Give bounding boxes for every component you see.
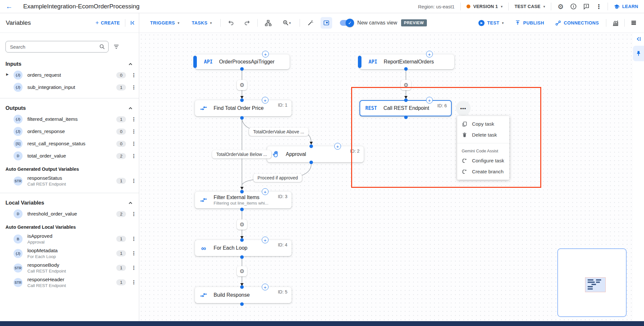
add-node-plus-button[interactable]: + — [262, 97, 269, 104]
search-box[interactable] — [5, 41, 109, 53]
usage-count-badge[interactable]: 0 — [116, 141, 126, 147]
connector-dot[interactable] — [240, 67, 244, 71]
connector-dot[interactable] — [310, 161, 313, 164]
variable-row[interactable]: ▶ {J} orders_request 0 ⋮ — [0, 69, 139, 81]
outputs-section-header[interactable]: Outputs — [0, 103, 139, 113]
variable-row[interactable]: D total_order_value 2 ⋮ — [0, 150, 139, 162]
feedback-icon[interactable] — [583, 3, 590, 10]
connector-dot[interactable] — [240, 208, 244, 211]
connector-dot[interactable] — [240, 285, 244, 289]
variable-row[interactable]: {J} loopMetadata For Each Loop 1 ⋮ — [0, 246, 139, 261]
add-node-plus-button[interactable]: + — [262, 237, 269, 244]
minimap[interactable] — [557, 248, 627, 317]
publish-button[interactable]: PUBLISH — [511, 20, 548, 26]
workflow-canvas[interactable]: ⚙ ⚙ ⚙ ⚙ + + + + + + + + API OrderProcess… — [139, 33, 633, 321]
redo-icon[interactable] — [241, 17, 253, 29]
node-call-rest-endpoint[interactable]: REST Call REST Endpoint ID: 6 — [360, 100, 452, 116]
node-filter-external-items[interactable]: Filter External Items Filtering out line… — [195, 192, 292, 208]
edge-label-below[interactable]: TotalOrderValue Below ... — [212, 150, 271, 158]
variable-row[interactable]: {J} sub_integration_input 1 ⋮ — [0, 81, 139, 93]
connector-dot[interactable] — [240, 116, 244, 120]
variable-row[interactable]: {J} filtered_external_items 1 ⋮ — [0, 113, 139, 125]
node-for-each-loop[interactable]: ∞ For Each Loop ID: 4 — [195, 240, 292, 256]
create-variable-button[interactable]: + CREATE — [95, 20, 120, 26]
node-report-external-orders[interactable]: API ReportExternalOrders — [360, 54, 454, 69]
row-kebab-icon[interactable]: ⋮ — [131, 211, 134, 217]
variable-row[interactable]: STR responseStatus Call REST Endpoint 1 … — [0, 174, 139, 188]
connector-dot[interactable] — [240, 238, 244, 242]
add-node-plus-button[interactable]: + — [262, 51, 269, 58]
collapse-right-panel-icon[interactable] — [636, 36, 641, 42]
variable-row[interactable]: STR responseHeader Call REST Endpoint 1 … — [0, 275, 139, 290]
add-node-plus-button[interactable]: + — [262, 284, 269, 291]
variable-row[interactable]: STR responseBody Call REST Endpoint 1 ⋮ — [0, 261, 139, 275]
connector-dot[interactable] — [240, 255, 244, 259]
auto-layout-icon[interactable] — [262, 17, 274, 29]
add-node-plus-button[interactable]: + — [426, 51, 433, 58]
menu-item-delete-task[interactable]: Delete task — [457, 129, 509, 140]
edge-settings-gear-icon[interactable]: ⚙ — [237, 80, 247, 90]
triggers-dropdown[interactable]: TRIGGERS ▾ — [146, 20, 183, 25]
row-kebab-icon[interactable]: ⋮ — [131, 141, 134, 147]
row-kebab-icon[interactable]: ⋮ — [131, 72, 134, 78]
info-icon[interactable] — [570, 3, 577, 10]
connector-dot[interactable] — [240, 99, 244, 102]
edge-settings-gear-icon[interactable]: ⚙ — [237, 266, 247, 276]
connector-dot[interactable] — [240, 302, 244, 306]
settings-gear-icon[interactable]: ⚙ — [557, 3, 564, 10]
usage-count-badge[interactable]: 0 — [116, 129, 126, 135]
test-case-dropdown[interactable]: TEST CASE ▾ — [514, 4, 545, 9]
row-kebab-icon[interactable]: ⋮ — [131, 153, 134, 159]
row-kebab-icon[interactable]: ⋮ — [131, 178, 134, 184]
connector-dot[interactable] — [240, 190, 244, 194]
learn-button[interactable]: LEARN — [614, 4, 638, 10]
node-build-response[interactable]: Build Response ID: 5 — [195, 287, 292, 303]
add-node-plus-button[interactable]: + — [426, 97, 433, 104]
version-dropdown[interactable]: VERSION 1 ▾ — [466, 4, 503, 9]
connector-dot[interactable] — [404, 116, 408, 119]
task-list-icon[interactable] — [628, 17, 639, 29]
connector-dot[interactable] — [310, 145, 313, 148]
usage-count-badge[interactable]: 2 — [116, 211, 126, 217]
collapse-panel-icon[interactable] — [130, 20, 136, 26]
usage-count-badge[interactable]: 0 — [116, 72, 126, 78]
usage-count-badge[interactable]: 1 — [116, 265, 126, 271]
edge-settings-gear-icon[interactable]: ⚙ — [401, 80, 411, 90]
metrics-chart-icon[interactable] — [610, 17, 621, 29]
connections-button[interactable]: CONNECTIONS — [551, 20, 603, 26]
usage-count-badge[interactable]: 1 — [116, 116, 126, 122]
pin-panel-button[interactable] — [633, 46, 644, 61]
row-kebab-icon[interactable]: ⋮ — [131, 129, 134, 135]
usage-count-badge[interactable]: 1 — [116, 178, 126, 184]
row-kebab-icon[interactable]: ⋮ — [131, 116, 134, 122]
connector-dot[interactable] — [404, 99, 408, 102]
add-node-plus-button[interactable]: + — [262, 188, 269, 195]
menu-item-copy-task[interactable]: Copy task — [457, 119, 509, 129]
row-kebab-icon[interactable]: ⋮ — [131, 279, 134, 285]
row-kebab-icon[interactable]: ⋮ — [131, 84, 134, 91]
magic-wand-icon[interactable] — [304, 17, 316, 29]
row-kebab-icon[interactable]: ⋮ — [131, 265, 134, 271]
inputs-section-header[interactable]: Inputs — [0, 59, 139, 69]
node-find-total-order-price[interactable]: Find Total Order Price ID: 1 — [195, 100, 292, 116]
usage-count-badge[interactable]: 1 — [116, 279, 126, 285]
tasks-dropdown[interactable]: TASKS ▾ — [188, 20, 216, 25]
row-kebab-icon[interactable]: ⋮ — [131, 236, 134, 242]
menu-item-configure-task[interactable]: Configure task — [457, 155, 509, 166]
row-kebab-icon[interactable]: ⋮ — [131, 250, 134, 256]
edge-label-proceed[interactable]: Proceed if approved — [253, 174, 302, 182]
more-options-icon[interactable]: ⋮ — [596, 3, 602, 10]
side-panel-icon[interactable] — [321, 17, 332, 29]
menu-item-create-branch[interactable]: Create branch — [457, 166, 509, 177]
new-canvas-toggle[interactable]: ✓ — [340, 20, 353, 26]
back-arrow-icon[interactable]: ← — [6, 3, 17, 10]
add-node-plus-button[interactable]: + — [334, 143, 341, 150]
zoom-dropdown[interactable]: ▾ — [278, 17, 295, 29]
sort-filter-icon[interactable] — [113, 43, 120, 50]
search-input[interactable] — [10, 44, 99, 50]
edge-settings-gear-icon[interactable]: ⚙ — [237, 219, 247, 230]
usage-count-badge[interactable]: 1 — [116, 250, 126, 256]
task-more-options-button[interactable]: ••• — [456, 101, 471, 116]
connector-dot[interactable] — [404, 67, 408, 71]
test-dropdown[interactable]: ▶ TEST ▾ — [475, 20, 508, 26]
